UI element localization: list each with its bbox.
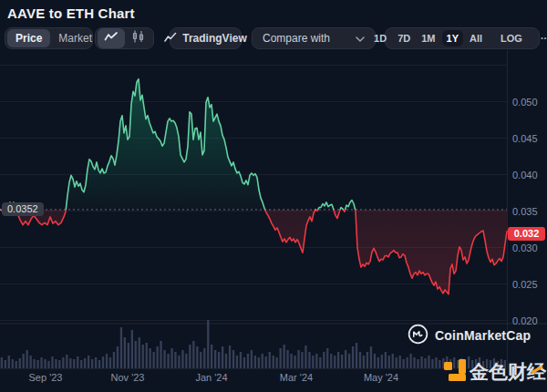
- volume-bar: [428, 356, 429, 368]
- volume-bar: [200, 352, 201, 368]
- volume-bar: [139, 337, 140, 368]
- volume-bar: [5, 360, 6, 368]
- volume-bar: [356, 343, 357, 368]
- volume-bar: [439, 360, 440, 368]
- volume-bar: [319, 357, 321, 368]
- volume-bar: [218, 352, 220, 368]
- volume-bar: [399, 356, 401, 368]
- volume-bar: [251, 350, 253, 368]
- current-price-badge: 0.032: [508, 227, 545, 241]
- volume-bar: [12, 359, 14, 368]
- volume-bar: [229, 346, 231, 368]
- volume-bar: [330, 354, 332, 368]
- x-axis-tick-label: May '24: [364, 372, 398, 383]
- volume-bar: [128, 343, 129, 368]
- volume-bar: [262, 354, 263, 368]
- volume-bar: [403, 359, 405, 368]
- coinmarketcap-label: CoinMarketCap: [435, 328, 531, 343]
- volume-bar: [392, 354, 394, 368]
- volume-bar: [146, 343, 148, 368]
- volume-bar: [273, 356, 274, 368]
- volume-bar: [374, 354, 376, 368]
- volume-bar: [77, 356, 78, 368]
- volume-bar: [106, 354, 108, 368]
- volume-bar: [160, 341, 161, 368]
- volume-bar: [366, 352, 368, 368]
- volume-bar: [170, 348, 172, 368]
- volume-bar: [88, 356, 89, 368]
- volume-bar: [301, 352, 303, 368]
- volume-bar: [163, 350, 165, 368]
- volume-bar: [243, 357, 245, 368]
- volume-bar: [385, 352, 387, 368]
- volume-bar: [15, 361, 17, 368]
- volume-bar: [192, 341, 194, 368]
- volume-bar: [420, 356, 422, 368]
- volume-bar: [304, 346, 306, 368]
- volume-bar: [424, 358, 426, 368]
- volume-bar: [370, 346, 372, 368]
- volume-bar: [290, 354, 292, 368]
- volume-bar: [348, 354, 350, 368]
- volume-bar: [80, 360, 82, 368]
- volume-bar: [102, 356, 104, 368]
- volume-bar: [240, 352, 242, 368]
- volume-bar: [98, 360, 100, 368]
- volume-bar: [431, 359, 433, 368]
- volume-bar: [120, 327, 122, 368]
- volume-bar: [381, 355, 383, 368]
- volume-bar: [131, 330, 133, 368]
- volume-bar: [47, 361, 49, 368]
- volume-bar: [185, 354, 187, 368]
- volume-bar: [214, 350, 216, 368]
- volume-bar: [203, 348, 205, 368]
- volume-bar: [124, 337, 126, 368]
- jinse-finance-icon: [443, 358, 467, 386]
- volume-bar: [297, 350, 299, 368]
- volume-bar: [225, 354, 227, 368]
- y-axis-tick-label: 0.040: [512, 169, 538, 181]
- volume-bar: [23, 354, 25, 368]
- volume-bar: [417, 359, 418, 368]
- volume-bar: [269, 352, 271, 368]
- y-axis-tick-label: 0.025: [512, 278, 538, 291]
- jinse-finance-logo: 金色财经: [443, 358, 546, 386]
- volume-bar: [1, 357, 3, 368]
- volume-bar: [407, 357, 408, 368]
- volume-bar: [207, 320, 209, 368]
- volume-bar: [153, 352, 155, 368]
- y-axis-tick-label: 0.045: [512, 132, 538, 145]
- volume-bar: [66, 355, 67, 368]
- volume-bar: [181, 350, 183, 368]
- volume-bar: [211, 345, 212, 368]
- volume-bar: [258, 357, 260, 368]
- volume-bar: [58, 360, 60, 368]
- x-axis-tick-label: Jan '24: [195, 372, 227, 383]
- baseline-price-label: 0.0352: [2, 202, 44, 216]
- volume-bar: [247, 354, 249, 368]
- volume-bar: [334, 356, 335, 368]
- volume-bar: [254, 356, 256, 368]
- volume-bar: [55, 359, 57, 368]
- volume-bar: [388, 356, 390, 368]
- volume-bar: [410, 354, 412, 368]
- volume-bar: [345, 350, 346, 368]
- volume-bar: [232, 350, 234, 368]
- volume-bar: [117, 346, 119, 368]
- volume-bar: [157, 346, 159, 368]
- volume-bar: [113, 352, 115, 368]
- aave-eth-chart-page: AAVE to ETH Chart Price Market cap: [0, 0, 547, 392]
- x-axis-tick-label: Mar '24: [280, 372, 313, 383]
- volume-bar: [280, 348, 282, 368]
- volume-bar: [222, 346, 223, 368]
- volume-bar: [84, 358, 86, 368]
- volume-bar: [265, 356, 267, 368]
- volume-bar: [294, 356, 295, 368]
- volume-bar: [315, 354, 317, 368]
- volume-bar: [178, 356, 180, 368]
- volume-bar: [142, 345, 144, 368]
- volume-bar: [73, 359, 75, 368]
- volume-bar: [413, 357, 415, 368]
- volume-bar: [196, 346, 198, 368]
- volume-bar: [276, 357, 278, 368]
